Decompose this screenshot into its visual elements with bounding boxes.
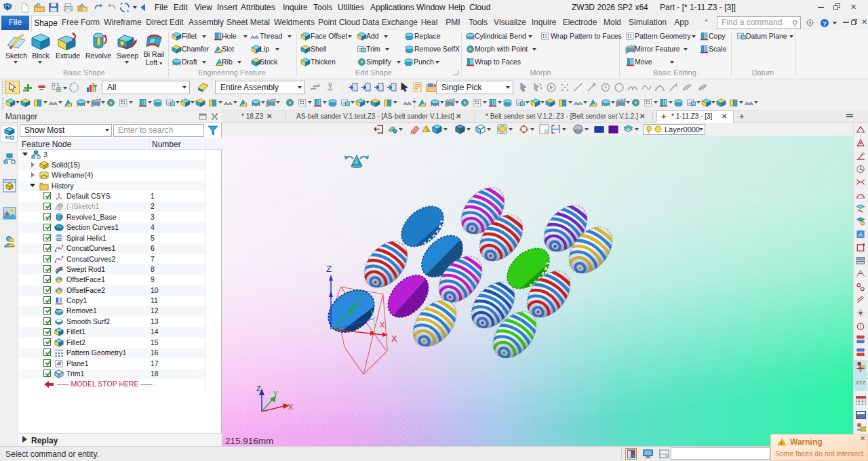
- svg-text:A: A: [859, 232, 863, 239]
- svg-text:XYZ: XYZ: [856, 380, 866, 386]
- svg-text:?: ?: [823, 20, 827, 27]
- svg-text:Z: Z: [326, 264, 332, 274]
- svg-text:V: V: [358, 292, 363, 300]
- svg-text:Y: Y: [273, 390, 278, 398]
- svg-text:Y: Y: [370, 310, 375, 317]
- svg-text:215.916mm: 215.916mm: [225, 436, 273, 446]
- svg-text:Z: Z: [256, 384, 261, 393]
- svg-text:X: X: [380, 321, 385, 329]
- svg-text:X: X: [391, 334, 397, 344]
- svg-text:X: X: [288, 403, 294, 411]
